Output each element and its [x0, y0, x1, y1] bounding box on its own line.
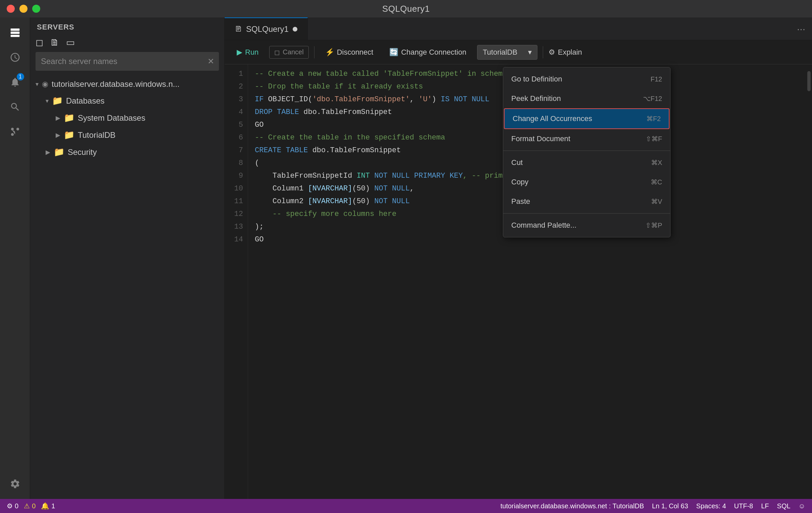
- menu-separator-2: [503, 213, 670, 213]
- menu-item-copy[interactable]: Copy ⌘C: [503, 172, 670, 192]
- run-button[interactable]: ▶ Run: [231, 45, 264, 59]
- menu-label: Command Palette...: [511, 221, 576, 230]
- editor-area: 🖹 SQLQuery1 ··· ▶ Run ◻ Cancel ⚡ Disconn…: [225, 18, 812, 499]
- explain-button[interactable]: ⚙ Explain: [549, 48, 582, 57]
- status-warnings[interactable]: ⚠ 0: [24, 502, 35, 510]
- new-file-icon[interactable]: 🗎: [50, 37, 59, 48]
- line-numbers: 1 2 3 4 5 6 7 8 9 10 11 12 13 14: [225, 64, 248, 499]
- sidebar-item-notifications[interactable]: 1: [3, 70, 27, 94]
- status-notifications[interactable]: 🔔 1: [41, 502, 55, 510]
- activity-bar: 1: [0, 18, 30, 499]
- expand-arrow-icon: ▶: [56, 114, 60, 122]
- tree-item-server[interactable]: ▾ ◉ tutorialserver.database.windows.n...: [30, 76, 224, 92]
- server-label: tutorialserver.database.windows.n...: [52, 80, 219, 89]
- menu-label: Go to Definition: [511, 75, 562, 84]
- menu-shortcut: ⌥F12: [643, 94, 662, 103]
- tutorialdb-label: TutorialDB: [78, 131, 219, 140]
- toolbar-separator: [314, 46, 315, 58]
- search-box[interactable]: ✕: [35, 52, 219, 71]
- menu-shortcut: ⇧⌘P: [645, 221, 662, 229]
- sidebar-item-servers[interactable]: [3, 21, 27, 44]
- menu-shortcut: ⌘V: [651, 198, 662, 205]
- traffic-lights[interactable]: [7, 5, 40, 13]
- sidebar-item-git[interactable]: [3, 120, 27, 143]
- sidebar-item-history[interactable]: [3, 46, 27, 69]
- tab-sqlquery1[interactable]: 🖹 SQLQuery1: [225, 18, 308, 40]
- notification-icon: 🔔: [41, 502, 49, 510]
- menu-label: Change All Occurrences: [513, 114, 592, 123]
- tab-file-icon: 🖹: [235, 25, 242, 33]
- menu-item-peek-definition[interactable]: Peek Definition ⌥F12: [503, 89, 670, 108]
- toolbar-separator: [543, 46, 543, 58]
- folder-icon: 📁: [64, 113, 75, 123]
- status-encoding: UTF-8: [734, 502, 753, 510]
- status-right: tutorialserver.database.windows.net : Tu…: [500, 502, 805, 510]
- context-menu: Go to Definition F12 Peek Definition ⌥F1…: [503, 67, 670, 237]
- scrollbar-thumb[interactable]: [807, 71, 811, 91]
- tab-more-button[interactable]: ···: [790, 23, 812, 34]
- tree-item-system-databases[interactable]: ▶ 📁 System Databases: [30, 109, 224, 126]
- tab-bar: 🖹 SQLQuery1 ···: [225, 18, 812, 40]
- status-language: SQL: [777, 502, 790, 510]
- change-connection-icon: 🔄: [389, 48, 398, 57]
- main-layout: 1 SERVERS ◻ 🗎 ▭: [0, 18, 812, 499]
- settings-icon[interactable]: [3, 476, 27, 499]
- menu-shortcut: ⇧⌘F: [646, 135, 662, 143]
- tree-item-tutorialdb[interactable]: ▶ 📁 TutorialDB: [30, 126, 224, 143]
- sidebar-item-search[interactable]: [3, 95, 27, 119]
- folder-icon: 📁: [52, 95, 63, 106]
- menu-item-go-to-definition[interactable]: Go to Definition F12: [503, 69, 670, 89]
- menu-label: Peek Definition: [511, 94, 561, 103]
- menu-shortcut: ⌘C: [651, 178, 662, 186]
- menu-shortcut: F12: [651, 76, 662, 83]
- titlebar: SQLQuery1: [0, 0, 812, 18]
- database-dropdown[interactable]: TutorialDB ▾: [477, 45, 538, 60]
- menu-item-format-document[interactable]: Format Document ⇧⌘F: [503, 129, 670, 148]
- tab-modified-dot: [293, 27, 297, 31]
- sidebar: SERVERS ◻ 🗎 ▭ ✕ ▾ ◉ tutorialserver.datab…: [30, 18, 225, 499]
- database-name: TutorialDB: [483, 48, 517, 57]
- expand-arrow-icon: ▾: [35, 81, 38, 88]
- expand-arrow-icon: ▶: [46, 148, 50, 156]
- server-icon: ◉: [42, 80, 48, 88]
- new-query-icon[interactable]: ◻: [35, 37, 43, 48]
- cancel-icon: ◻: [274, 48, 280, 56]
- svg-rect-0: [10, 28, 20, 31]
- tree-view: ▾ ◉ tutorialserver.database.windows.n...…: [30, 76, 224, 161]
- menu-separator: [503, 150, 670, 151]
- menu-item-paste[interactable]: Paste ⌘V: [503, 192, 670, 211]
- menu-item-change-all-occurrences[interactable]: Change All Occurrences ⌘F2: [504, 108, 669, 129]
- feedback-icon[interactable]: ☺: [799, 502, 805, 510]
- tree-item-security[interactable]: ▶ 📁 Security: [30, 143, 224, 161]
- security-label: Security: [68, 147, 219, 157]
- svg-rect-2: [10, 35, 20, 37]
- scrollbar[interactable]: [806, 64, 812, 499]
- menu-item-command-palette[interactable]: Command Palette... ⇧⌘P: [503, 216, 670, 235]
- disconnect-button[interactable]: ⚡ Disconnect: [320, 45, 379, 59]
- menu-item-cut[interactable]: Cut ⌘X: [503, 153, 670, 172]
- warning-icon: ⚠: [24, 502, 30, 510]
- status-left: ⚙ 0 ⚠ 0 🔔 1: [7, 502, 55, 510]
- explain-icon: ⚙: [549, 48, 555, 57]
- refresh-icon[interactable]: ▭: [66, 37, 75, 48]
- status-spaces: Spaces: 4: [696, 502, 726, 510]
- cancel-button[interactable]: ◻ Cancel: [269, 46, 309, 59]
- system-databases-label: System Databases: [78, 113, 219, 123]
- menu-shortcut: ⌘X: [651, 159, 662, 167]
- search-clear-icon[interactable]: ✕: [207, 57, 214, 66]
- maximize-button[interactable]: [32, 5, 40, 13]
- status-errors[interactable]: ⚙ 0: [7, 502, 19, 510]
- folder-icon: 📁: [54, 147, 64, 157]
- svg-point-3: [11, 128, 14, 131]
- minimize-button[interactable]: [20, 5, 28, 13]
- change-connection-button[interactable]: 🔄 Change Connection: [384, 45, 471, 59]
- search-input[interactable]: [35, 52, 219, 71]
- window-title: SQLQuery1: [382, 4, 430, 14]
- svg-rect-1: [10, 31, 20, 34]
- svg-point-4: [17, 128, 19, 131]
- menu-shortcut: ⌘F2: [646, 115, 661, 123]
- close-button[interactable]: [7, 5, 15, 13]
- menu-label: Format Document: [511, 135, 570, 143]
- tree-item-databases[interactable]: ▾ 📁 Databases: [30, 92, 224, 109]
- status-server: tutorialserver.database.windows.net : Tu…: [500, 502, 644, 510]
